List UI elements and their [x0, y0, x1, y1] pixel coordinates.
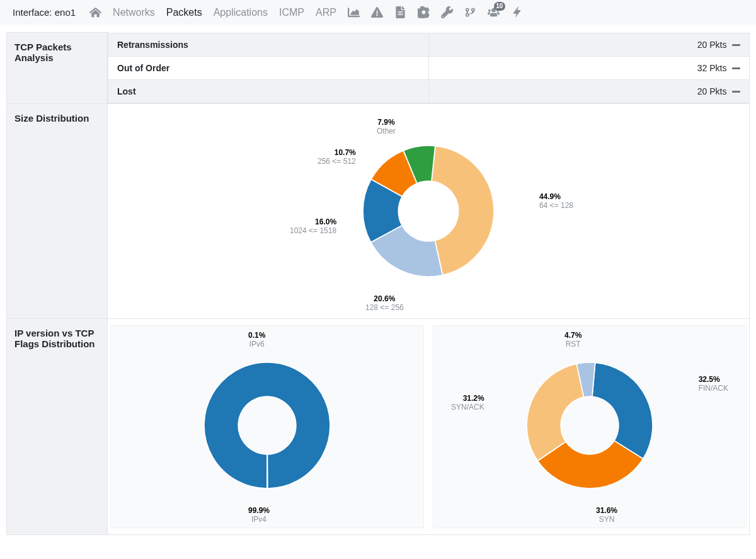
minus-icon — [732, 91, 740, 93]
nav-arp[interactable]: ARP — [316, 7, 336, 18]
tcp-analysis-title: TCP Packets Analysis — [7, 33, 108, 104]
ip-version-chart: 0.1%IPv6 99.9%IPv4 — [122, 331, 412, 520]
size-distribution-chart: 44.9%64 <= 128 20.6%128 <= 256 16.0%1024… — [284, 110, 573, 312]
outoforder-value: 32 Pkts — [428, 56, 749, 79]
lost-value: 20 Pkts — [428, 79, 749, 103]
git-branch-icon[interactable] — [464, 6, 476, 18]
outoforder-label: Out of Order — [108, 56, 429, 79]
warning-icon[interactable] — [371, 6, 383, 18]
nav-packets[interactable]: Packets — [166, 7, 202, 18]
file-icon[interactable] — [394, 6, 406, 18]
minus-icon — [732, 44, 740, 46]
nav-icmp[interactable]: ICMP — [279, 7, 304, 18]
lost-label: Lost — [108, 79, 429, 103]
top-navbar: Interface: eno1 Networks Packets Applica… — [0, 0, 756, 25]
nav-networks[interactable]: Networks — [113, 7, 155, 18]
wrench-icon[interactable] — [441, 6, 453, 18]
ipflags-title: IP version vs TCP Flags Distribution — [7, 318, 108, 534]
retransmissions-value: 20 Pkts — [428, 33, 749, 56]
retransmissions-label: Retransmissions — [108, 33, 429, 56]
home-icon[interactable] — [89, 6, 101, 18]
tcp-flags-chart: 32.5%FIN/ACK 31.6%SYN 31.2%SYN/ACK 4.7%R… — [445, 331, 735, 520]
users-badge: 10 — [494, 2, 505, 11]
bolt-icon[interactable] — [511, 6, 523, 18]
nav-applications[interactable]: Applications — [214, 7, 268, 18]
users-icon[interactable]: 10 — [488, 6, 500, 18]
size-dist-title: Size Distribution — [7, 103, 108, 318]
chart-area-icon[interactable] — [348, 6, 360, 18]
minus-icon — [732, 67, 740, 69]
interface-label: Interface: eno1 — [13, 7, 76, 18]
gear-icon[interactable] — [418, 6, 430, 18]
